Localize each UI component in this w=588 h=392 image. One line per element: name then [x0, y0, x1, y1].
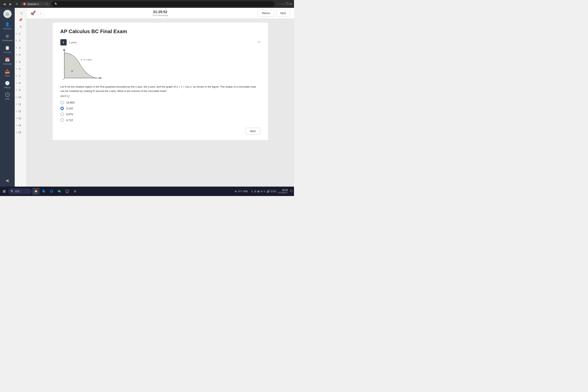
question-num-15[interactable]: 15 — [15, 129, 26, 136]
settings-icon — [73, 189, 77, 194]
taskbar-edge[interactable] — [40, 188, 47, 195]
sidebar-item-courses[interactable]: 📋 Courses — [0, 44, 14, 55]
taskbar-wechat[interactable] — [56, 188, 63, 195]
browser-reload-button[interactable]: ↻ — [14, 2, 19, 6]
app-container: ◎ 👤 Account ⊞ Dashboard 📋 Courses 📅 Cale… — [0, 8, 294, 186]
question-num-2[interactable]: 2 — [15, 37, 26, 44]
panel-pin-icon[interactable]: 📌 — [15, 16, 26, 23]
weather-icon: 🌤 — [234, 190, 237, 192]
radio-button-a[interactable] — [60, 101, 64, 104]
sidebar-item-dashboard-label: Dashboard — [2, 39, 13, 42]
panel-list-icon[interactable]: ≡ — [15, 23, 26, 30]
tab-title: Quizzes 2 — [28, 2, 39, 6]
collapse-icon: ◀| — [6, 178, 9, 182]
question-dot-3 — [16, 47, 17, 48]
sidebar-item-inbox-label: Inbox — [5, 74, 10, 77]
question-num-7[interactable]: 7 — [15, 72, 26, 80]
display-icon — [65, 189, 70, 194]
start-button[interactable]: ⊞ — [1, 188, 7, 194]
sidebar-item-dashboard[interactable]: ⊞ Dashboard — [0, 32, 14, 43]
question-num-9[interactable]: 9 — [15, 86, 26, 94]
tray-wifi-icon: ◉ — [257, 190, 260, 193]
question-num-13[interactable]: 13 — [15, 115, 26, 122]
taskbar-settings[interactable] — [72, 188, 78, 195]
question-num-8[interactable]: 8 — [15, 80, 26, 86]
bookmark-icon[interactable] — [256, 40, 261, 45]
question-num-1[interactable]: 1 — [15, 30, 26, 37]
panel-collapse-icon[interactable]: →| — [15, 10, 26, 16]
answer-option-b[interactable]: 3.142 — [60, 106, 260, 110]
question-num-14[interactable]: 14 — [15, 122, 26, 129]
answer-option-d[interactable]: 4.712 — [60, 118, 260, 122]
svg-point-10 — [35, 191, 36, 192]
sidebar-item-calendar-label: Calendar — [3, 63, 12, 65]
tray-refresh-icon: ↻ — [264, 190, 266, 193]
timer-label: Time Remaining — [152, 14, 168, 16]
question-num-10[interactable]: 10 — [15, 94, 26, 100]
sidebar-item-inbox[interactable]: 📥 Inbox — [0, 68, 14, 78]
question-dot-10 — [16, 97, 17, 98]
question-num-4[interactable]: 4 — [15, 51, 26, 58]
logo-icon: ◎ — [6, 12, 9, 16]
taskbar-clock[interactable]: 18:23 2024/8/27 — [278, 189, 288, 194]
sidebar-item-account[interactable]: 👤 Account — [0, 20, 14, 31]
sidebar-item-help-label: Help — [5, 98, 10, 100]
answer-option-c[interactable]: 9.870 — [60, 112, 260, 116]
question-header: 1 1 point — [60, 39, 260, 46]
graph-container: x y O y = 1 + cos x R — [60, 48, 104, 81]
chrome-icon — [34, 189, 38, 194]
question-num-6[interactable]: 6 — [15, 65, 26, 72]
quiz-title: AP Calculus BC Final Exam — [60, 28, 260, 34]
browser-restore-button[interactable]: ❐ — [286, 2, 288, 6]
question-num-5[interactable]: 5 — [15, 58, 26, 65]
question-dot-13 — [16, 118, 17, 119]
browser-tab[interactable]: Q Quizzes 2 ✕ — [21, 2, 50, 6]
answer-option-a[interactable]: 14.804 — [60, 101, 260, 104]
calendar-icon: 📅 — [5, 57, 10, 62]
chevron-left-button[interactable]: ‹ — [38, 10, 44, 16]
return-label: Return — [262, 12, 270, 15]
svg-text:y = 1 + cos x: y = 1 + cos x — [81, 58, 92, 61]
browser-close-button[interactable]: ✕ — [290, 2, 292, 6]
address-bar[interactable]: 🔍 — [52, 1, 274, 7]
timer-section: 01:29:52 Time Remaining — [152, 10, 168, 16]
question-num-12[interactable]: 12 — [15, 108, 26, 115]
history-icon: 🕐 — [5, 81, 10, 86]
sidebar-item-calendar[interactable]: 📅 Calendar — [0, 56, 14, 67]
taskbar-search[interactable]: 🔍 搜索 — [8, 188, 32, 194]
rocket-icon[interactable]: 🚀 — [30, 10, 36, 16]
taskbar-chrome[interactable] — [32, 188, 40, 195]
radio-button-d[interactable] — [60, 118, 64, 122]
browser-more-button[interactable]: ··· — [278, 2, 280, 6]
top-toolbar: 🚀 01:29:52 Time Remaining ‹ Return Next — [26, 8, 294, 18]
browser-forward-button[interactable]: ▶ — [8, 2, 13, 6]
next-button-bottom[interactable]: Next — [246, 128, 260, 134]
sidebar-item-history[interactable]: 🕐 History — [0, 79, 14, 90]
sidebar-logo[interactable]: ◎ — [3, 10, 12, 18]
return-button[interactable]: Return — [258, 10, 274, 16]
tray-chevron[interactable]: ∧ — [251, 190, 253, 193]
notification-icon[interactable]: 🗨 — [290, 190, 293, 193]
svg-text:R: R — [71, 70, 73, 73]
taskbar-ie[interactable] — [48, 188, 55, 195]
close-tab-button[interactable]: ✕ — [46, 2, 48, 5]
question-num-11[interactable]: 11 — [15, 100, 26, 108]
taskbar-display[interactable] — [64, 188, 71, 195]
question-badge: 1 — [60, 39, 67, 46]
svg-text:x: x — [101, 77, 102, 79]
question-num-3[interactable]: 3 — [15, 44, 26, 51]
next-button-top[interactable]: Next — [276, 10, 290, 16]
question-dot-14 — [16, 125, 17, 126]
radio-button-b[interactable] — [60, 106, 64, 110]
ie-icon — [50, 189, 54, 194]
content-scroll[interactable]: AP Calculus BC Final Exam 1 1 point — [26, 18, 294, 186]
browser-back-button[interactable]: ◀ — [2, 2, 7, 6]
answer-label-d: 4.712 — [66, 118, 73, 122]
svg-point-19 — [74, 191, 76, 192]
question-dot-8 — [16, 82, 17, 84]
sidebar-item-help[interactable]: ? Help — [0, 91, 14, 102]
tab-favicon: Q — [23, 2, 26, 5]
sidebar-collapse-button[interactable]: ◀| — [6, 178, 9, 185]
radio-button-c[interactable] — [60, 112, 64, 116]
browser-minimize-button[interactable]: — — [281, 2, 284, 6]
